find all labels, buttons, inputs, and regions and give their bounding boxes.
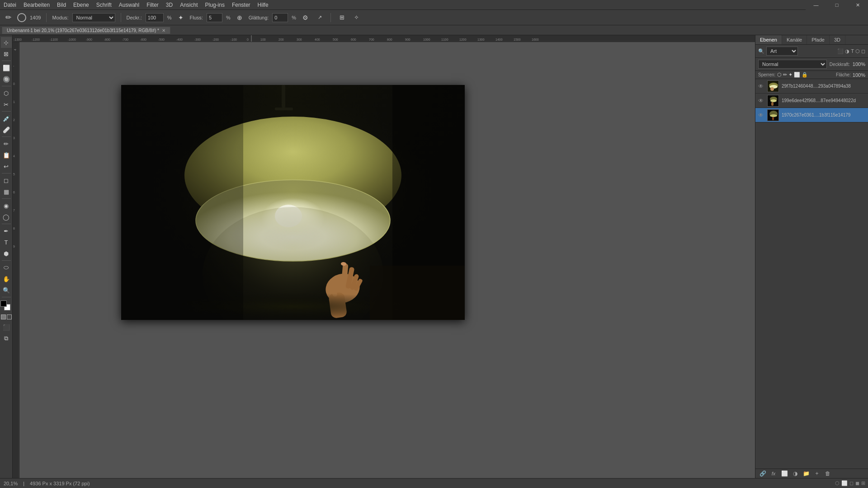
filter-pixel-icon[interactable]: ⬛ bbox=[837, 48, 844, 54]
toolbar-separator-1 bbox=[46, 13, 47, 22]
filter-shape-icon[interactable]: ⬡ bbox=[855, 48, 860, 54]
dodge-tool[interactable]: ◯ bbox=[1, 211, 12, 222]
menu-item-plugins[interactable]: Plug-ins bbox=[205, 2, 225, 8]
path-select-tool[interactable]: ⬢ bbox=[1, 248, 12, 259]
panel-icon-2[interactable]: ⬜ bbox=[841, 480, 848, 486]
menu-item-bearbeiten[interactable]: Bearbeiten bbox=[24, 2, 50, 8]
tab-ebenen[interactable]: Ebenen bbox=[755, 35, 782, 44]
glaettung-input[interactable] bbox=[272, 13, 288, 22]
left-panel: ⊹ ⊠ ⬜ 🔘 ⬡ ✂ 💉 🩹 ✏ 📋 ↩ ◻ ▦ ◉ ◯ ✒ T ⬢ ⬭ ✋ … bbox=[0, 35, 13, 478]
standard-mode-btn[interactable] bbox=[1, 314, 6, 319]
filter-adjust-icon[interactable]: ◑ bbox=[845, 48, 849, 54]
stamp-tool[interactable]: 📋 bbox=[1, 150, 12, 160]
screen-mode-btn[interactable]: ⬛ bbox=[1, 322, 12, 333]
lock-all-icon[interactable]: 🔒 bbox=[802, 72, 808, 78]
eyedropper-tool[interactable]: 💉 bbox=[1, 113, 12, 124]
artboard-tool[interactable]: ⊠ bbox=[1, 48, 12, 59]
layer-item[interactable]: 👁 29f7b12460448....293a047894a38 bbox=[755, 79, 868, 94]
panel-icon-5[interactable]: ⊞ bbox=[861, 480, 865, 486]
layer-delete-icon[interactable]: 🗑 bbox=[823, 470, 832, 477]
angle-icon[interactable]: ↗ bbox=[314, 12, 325, 23]
menu-item-bild[interactable]: Bild bbox=[57, 2, 66, 8]
bottom-right-panel: ⬡ ⬜ ◻ ◼ ⊞ bbox=[755, 478, 868, 488]
layer-mask-icon[interactable]: ⬜ bbox=[780, 470, 789, 477]
blur-tool[interactable]: ◉ bbox=[1, 200, 12, 211]
move-tool[interactable]: ⊹ bbox=[1, 37, 12, 48]
panel-icon-4[interactable]: ◼ bbox=[855, 480, 859, 486]
quick-mask-btn[interactable] bbox=[7, 314, 12, 319]
menu-item-datei[interactable]: Datei bbox=[4, 2, 16, 8]
airbrush-icon[interactable]: ✦ bbox=[175, 12, 186, 23]
crop-tool[interactable]: ✂ bbox=[1, 99, 12, 110]
menu-item-ansicht[interactable]: Ansicht bbox=[180, 2, 198, 8]
file-tab[interactable]: Unbenannt-1 bei 20,1% (1970c267e0361312d… bbox=[2, 27, 170, 34]
deckraft-input[interactable] bbox=[146, 13, 164, 22]
svg-point-76 bbox=[770, 99, 777, 102]
minimize-button[interactable]: — bbox=[806, 0, 826, 10]
lasso-tool[interactable]: 🔘 bbox=[1, 74, 12, 84]
foreground-color-swatch[interactable] bbox=[0, 300, 7, 307]
marquee-tool[interactable]: ⬜ bbox=[1, 62, 12, 73]
symmetry-icon[interactable]: ⊞ bbox=[336, 12, 347, 23]
panel-icon-3[interactable]: ◻ bbox=[849, 480, 854, 486]
layer-visibility-icon[interactable]: 👁 bbox=[758, 112, 764, 118]
layer-fx-icon[interactable]: fx bbox=[769, 471, 778, 476]
toolbar-separator-3 bbox=[330, 13, 331, 22]
type-tool[interactable]: T bbox=[1, 237, 12, 248]
color-swatches bbox=[0, 300, 12, 312]
menu-item-auswahl[interactable]: Auswahl bbox=[119, 2, 139, 8]
object-select-tool[interactable]: ⬡ bbox=[1, 88, 12, 99]
canvas-area[interactable] bbox=[19, 42, 755, 478]
hand-tool[interactable]: ✋ bbox=[1, 273, 12, 284]
filter-smart-icon[interactable]: ◻ bbox=[861, 48, 865, 54]
layer-item[interactable]: 👁 1970c267e0361....1b3f115e14179 bbox=[755, 108, 868, 122]
layer-filter-icons: ⬛ ◑ T ⬡ ◻ bbox=[837, 48, 865, 54]
fluss-label: Fluss: bbox=[190, 15, 203, 20]
menu-item-3d[interactable]: 3D bbox=[166, 2, 173, 8]
lock-image-icon[interactable]: ✏ bbox=[783, 72, 787, 78]
layer-item[interactable]: 👁 199e6dee42f968....87ee949448022d bbox=[755, 94, 868, 108]
tool-separator-3 bbox=[2, 111, 11, 112]
tab-3d[interactable]: 3D bbox=[830, 35, 845, 44]
glaettung-settings-icon[interactable]: ⚙ bbox=[300, 12, 311, 23]
menu-item-filter[interactable]: Filter bbox=[146, 2, 159, 8]
shape-tool[interactable]: ⬭ bbox=[1, 262, 12, 273]
menu-item-fenster[interactable]: Fenster bbox=[232, 2, 250, 8]
lock-transparent-icon[interactable]: ⬡ bbox=[777, 72, 782, 78]
tab-kanaele[interactable]: Kanäle bbox=[782, 35, 807, 44]
zoom-tool[interactable]: 🔍 bbox=[1, 285, 12, 296]
close-button[interactable]: ✕ bbox=[847, 0, 868, 10]
frame-tool[interactable]: ⧉ bbox=[1, 333, 12, 344]
layer-adjustment-icon[interactable]: ◑ bbox=[791, 470, 800, 477]
layer-folder-icon[interactable]: 📁 bbox=[802, 470, 811, 477]
svg-text:900: 900 bbox=[405, 38, 410, 41]
brush-settings-icon[interactable]: ✧ bbox=[351, 12, 362, 23]
lock-artboard-icon[interactable]: ⬜ bbox=[794, 72, 800, 78]
filter-type-icon[interactable]: T bbox=[851, 48, 854, 54]
healing-tool[interactable]: 🩹 bbox=[1, 124, 12, 135]
blend-mode-select[interactable]: Normal Auflösen Abdunkeln Multiplizieren… bbox=[758, 60, 827, 69]
file-tab-close[interactable]: ✕ bbox=[162, 28, 165, 33]
history-brush-tool[interactable]: ↩ bbox=[1, 161, 12, 172]
svg-text:-200: -200 bbox=[212, 38, 219, 41]
gradient-tool[interactable]: ▦ bbox=[1, 186, 12, 197]
lock-position-icon[interactable]: ✦ bbox=[788, 72, 793, 78]
fluss-input[interactable] bbox=[207, 13, 222, 22]
brush-tool[interactable]: ✏ bbox=[1, 138, 12, 149]
panel-icon-1[interactable]: ⬡ bbox=[835, 480, 840, 486]
layer-link-icon[interactable]: 🔗 bbox=[758, 470, 767, 477]
pen-tool[interactable]: ✒ bbox=[1, 225, 12, 236]
layer-visibility-icon[interactable]: 👁 bbox=[758, 83, 764, 89]
menu-item-schrift[interactable]: Schrift bbox=[96, 2, 112, 8]
brush-icon[interactable]: ✏ bbox=[3, 12, 14, 23]
layer-type-filter[interactable]: Art Name Effekt bbox=[766, 47, 798, 56]
pen-pressure-icon[interactable]: ⊕ bbox=[234, 12, 245, 23]
layer-new-icon[interactable]: + bbox=[812, 470, 821, 477]
maximize-button[interactable]: □ bbox=[826, 0, 847, 10]
menu-item-ebene[interactable]: Ebene bbox=[73, 2, 89, 8]
menu-item-hilfe[interactable]: Hilfe bbox=[258, 2, 269, 8]
eraser-tool[interactable]: ◻ bbox=[1, 175, 12, 186]
modus-select[interactable]: Normal Auflösen Abdunkeln Multiplizieren bbox=[72, 13, 115, 22]
layer-visibility-icon[interactable]: 👁 bbox=[758, 98, 764, 104]
tab-pfade[interactable]: Pfade bbox=[807, 35, 830, 44]
